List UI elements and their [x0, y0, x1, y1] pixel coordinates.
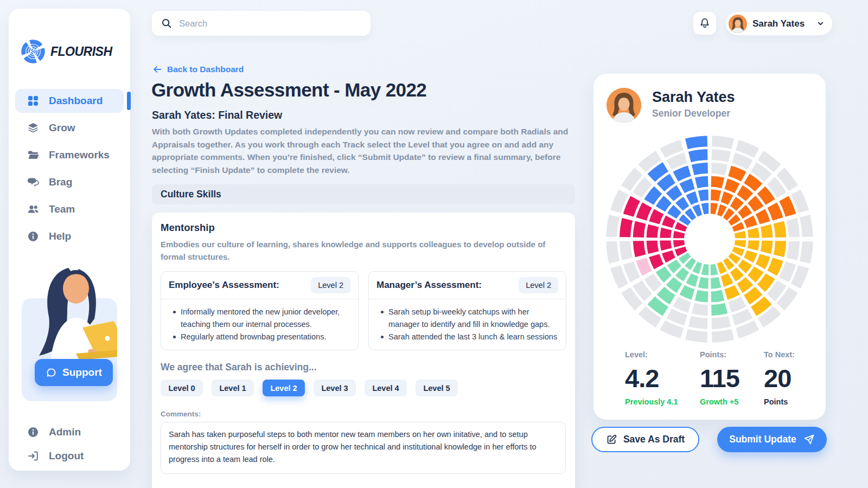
page-subtitle: Sarah Yates: Final Review — [152, 109, 282, 121]
sidebar-item-admin[interactable]: Admin — [15, 421, 124, 444]
search-icon — [161, 17, 173, 29]
radial-segment — [711, 316, 731, 330]
radial-segment — [605, 241, 620, 264]
sidebar-item-label: Frameworks — [49, 149, 110, 161]
sidebar-item-help[interactable]: Help — [15, 224, 124, 248]
comments-textarea[interactable]: Sarah has taken purposeful steps to both… — [161, 422, 566, 474]
save-as-draft-button[interactable]: Save As Draft — [591, 427, 699, 452]
growth-radial-chart — [604, 133, 815, 345]
support-button-label: Support — [62, 367, 102, 378]
radial-segment — [691, 162, 709, 176]
radial-segment — [773, 240, 787, 258]
layers-icon — [27, 122, 39, 134]
app-name: FLOURISH — [50, 44, 112, 59]
sidebar-item-brag[interactable]: Brag — [15, 170, 124, 194]
radial-segment — [711, 135, 735, 150]
radial-segment — [711, 176, 725, 189]
submit-update-button[interactable]: Submit Update — [717, 427, 827, 452]
sidebar-item-grow[interactable]: Grow — [15, 116, 124, 140]
bullet-item: Sarah setup bi-weekly catchups with her … — [380, 306, 558, 331]
profile-name: Sarah Yates — [652, 89, 735, 106]
sidebar-item-logout[interactable]: Logout — [15, 445, 124, 467]
agree-heading: We agree that Sarah is achieving... — [161, 362, 566, 373]
radial-segment — [646, 240, 659, 254]
back-to-dashboard-link[interactable]: Back to Dashboard — [152, 65, 244, 74]
user-menu[interactable]: Sarah Yates — [726, 12, 832, 35]
save-as-draft-label: Save As Draft — [623, 434, 685, 445]
radial-segment — [633, 240, 646, 258]
stat-to-next: To Next: 20 Points — [764, 350, 795, 406]
employee-level-badge: Level 2 — [311, 277, 350, 293]
radial-segment — [685, 135, 708, 150]
level-1-button[interactable]: Level 1 — [212, 380, 254, 396]
chevron-down-icon — [816, 20, 825, 28]
radial-segment — [698, 277, 709, 290]
sidebar-item-team[interactable]: Team — [15, 197, 124, 221]
sidebar-item-frameworks[interactable]: Frameworks — [15, 143, 124, 167]
level-3-button[interactable]: Level 3 — [314, 380, 356, 396]
stat-label: Points: — [700, 350, 739, 359]
stat-label: Level: — [625, 350, 678, 359]
radial-segment — [747, 227, 760, 239]
stat-value: 115 — [700, 363, 739, 393]
stat-sub: Previously 4.1 — [625, 397, 678, 406]
dashboard-grid-icon — [27, 95, 39, 107]
support-button[interactable]: Support — [35, 359, 113, 386]
stat-sub: Growth +5 — [700, 397, 739, 406]
level-0-button[interactable]: Level 0 — [161, 380, 203, 396]
radial-segment — [786, 241, 800, 261]
radial-segment — [747, 240, 760, 251]
employee-assessment-heading: Employee’s Assessment: — [169, 280, 279, 291]
sidebar-item-label: Logout — [49, 450, 84, 462]
bullet-item: Informally mentored the new junior devel… — [172, 306, 350, 331]
send-icon — [803, 434, 815, 445]
radial-segment — [773, 221, 787, 238]
radial-segment — [760, 224, 773, 238]
employee-assessment-bullets: Informally mentored the new junior devel… — [161, 299, 358, 350]
people-icon — [27, 203, 39, 215]
radial-segment — [688, 149, 708, 163]
bullet-item: Regularly attend brownbag presentations. — [172, 331, 350, 343]
active-indicator — [127, 92, 131, 110]
mentorship-card: Mentorship Embodies our culture of learn… — [152, 213, 575, 488]
logout-icon — [27, 450, 39, 462]
radial-segment — [694, 176, 709, 189]
sidebar: FLOURISH Dashboard Grow Frameworks — [9, 9, 130, 471]
search-input[interactable] — [179, 18, 362, 29]
radial-segment — [711, 303, 728, 316]
notifications-button[interactable] — [693, 12, 716, 35]
stat-points: Points: 115 Growth +5 — [700, 350, 739, 406]
track-title: Mentorship — [161, 222, 566, 234]
sidebar-item-dashboard[interactable]: Dashboard — [15, 89, 124, 113]
edit-icon — [606, 434, 617, 445]
sidebar-item-label: Team — [49, 203, 75, 215]
manager-assessment-bullets: Sarah setup bi-weekly catchups with her … — [369, 299, 566, 350]
profile-panel: Sarah Yates Senior Developer Level: 4.2 … — [593, 74, 826, 420]
level-5-button[interactable]: Level 5 — [416, 380, 458, 396]
radial-segment — [633, 221, 646, 238]
bullet-item: Sarah attended the last 3 lunch & learn … — [380, 331, 558, 343]
chat-icon — [46, 367, 57, 378]
level-2-button[interactable]: Level 2 — [263, 380, 305, 396]
radial-segment — [711, 329, 735, 343]
radial-segment — [786, 217, 800, 237]
user-name: Sarah Yates — [752, 18, 811, 29]
track-description: Embodies our culture of learning, shares… — [161, 238, 554, 263]
sidebar-nav: Dashboard Grow Frameworks Brag — [9, 86, 130, 252]
sidebar-item-label: Admin — [49, 426, 81, 438]
manager-assessment-box: Manager’s Assessment: Level 2 Sarah setu… — [368, 271, 566, 350]
comments-label: Comments: — [161, 410, 566, 418]
stat-level: Level: 4.2 Previously 4.1 — [625, 350, 678, 406]
radial-segment — [619, 217, 633, 237]
radial-segment — [619, 241, 633, 261]
radial-segment — [646, 224, 659, 238]
folder-icon — [27, 149, 39, 161]
employee-assessment-box: Employee’s Assessment: Level 2 Informall… — [161, 271, 359, 350]
radial-segment — [691, 303, 709, 316]
sidebar-item-label: Brag — [49, 176, 72, 188]
stat-label: To Next: — [764, 350, 795, 359]
level-4-button[interactable]: Level 4 — [365, 380, 407, 396]
section-header-culture-skills: Culture Skills — [152, 184, 575, 204]
radial-segment — [799, 241, 814, 264]
stat-value: 20 — [764, 363, 795, 393]
